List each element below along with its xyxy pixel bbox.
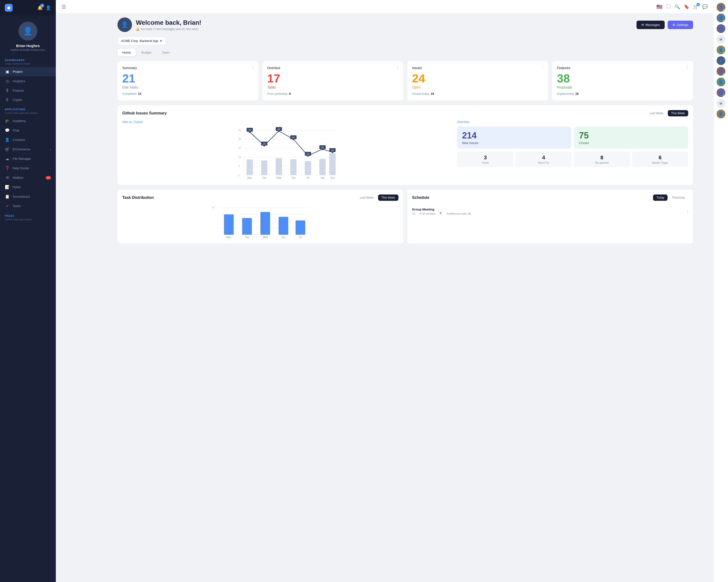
overdue-number: 17 (267, 73, 398, 84)
svg-text:Mon: Mon (247, 176, 252, 179)
welcome-section: 👤 Welcome back, Brian! 🔔 You have 2 new … (118, 18, 693, 32)
schedule-event-title: Group Meeting (412, 207, 471, 211)
rp-avatar-4[interactable]: 👤 (717, 46, 725, 54)
welcome-avatar: 👤 (118, 18, 132, 32)
overdue-label: Tasks (267, 85, 398, 89)
summary-card-menu[interactable]: ⋮ (251, 65, 255, 70)
overview-top: 214 New Issues 75 Closed (457, 127, 688, 149)
search-icon[interactable]: 🔍 (675, 4, 680, 9)
notification-icon[interactable]: 🔔 3 (37, 5, 43, 10)
svg-rect-56 (279, 217, 288, 235)
schedule-tomorrow-btn[interactable]: Tomorrow (669, 194, 688, 201)
overdue-card-menu[interactable]: ⋮ (395, 65, 399, 70)
sidebar-item-analytics[interactable]: ◷ Analytics (0, 76, 56, 86)
task-dist-header: Task Distribution Last Week This Week (122, 194, 398, 201)
tab-budget[interactable]: Budget (137, 49, 156, 56)
svg-rect-17 (319, 159, 326, 175)
messages-button[interactable]: ✉ Messages (636, 21, 665, 29)
sidebar-item-label-project: Project (12, 70, 22, 74)
rp-avatar-9[interactable]: 👤 (717, 110, 725, 118)
summary-card-title: Summary (122, 66, 254, 70)
project-selector[interactable]: ACME Corp. Backend App ▾ (118, 37, 165, 45)
wontfix-number: 4 (517, 155, 570, 161)
mailbox-badge: 27 (46, 176, 51, 179)
rp-avatar-5[interactable]: 👤 (717, 56, 725, 65)
rp-avatar-8[interactable]: 👤 (717, 88, 725, 97)
project-selector-label: ACME Corp. Backend App (121, 39, 158, 43)
user-email: hughes.brian@company.com (11, 48, 45, 51)
app-logo[interactable]: ◆ (5, 4, 12, 11)
sidebar-item-chat[interactable]: 💬 Chat (0, 126, 56, 135)
user-name: Brian Hughes (16, 44, 40, 48)
rp-avatar-3[interactable]: 👤 (717, 24, 725, 33)
sidebar-item-academy[interactable]: 🎓 Academy (0, 116, 56, 126)
task-dist-chart: 40 Mon Tue Wed Thu (122, 205, 398, 239)
sidebar-item-contacts[interactable]: 👤 Contacts (0, 135, 56, 144)
sidebar-item-mailbox[interactable]: ✉ Mailbox 27 (0, 173, 56, 182)
task-dist-title: Task Distribution (122, 195, 154, 200)
messages-icon: ✉ (641, 23, 644, 27)
sidebar-item-notes[interactable]: 📝 Notes (0, 182, 56, 192)
messages-btn-label: Messages (646, 23, 660, 27)
task-dist-this-week-btn[interactable]: This Week (378, 194, 398, 201)
rp-avatar-1[interactable]: 👤 (717, 3, 725, 11)
features-card-menu[interactable]: ⋮ (685, 65, 689, 70)
crypto-icon: ₿ (5, 98, 10, 102)
task-dist-week-toggle: Last Week This Week (357, 194, 398, 201)
sidebar-item-helpcenter[interactable]: ❓ Help Center › (0, 163, 56, 173)
sidebar-item-scrumboard[interactable]: 📋 Scrumboard (0, 192, 56, 201)
rp-avatar-2[interactable]: 👤 (717, 13, 725, 22)
welcome-buttons: ✉ Messages ⚙ Settings (636, 21, 693, 29)
tasks-icon: ✓ (5, 204, 10, 208)
main-content: 👤 Welcome back, Brian! 🔔 You have 2 new … (112, 0, 699, 582)
cart-icon[interactable]: 🛒 5 (693, 4, 698, 9)
settings-button[interactable]: ⚙ Settings (668, 21, 693, 29)
sidebar-item-ecommerce[interactable]: 🛒 ECommerce › (0, 144, 56, 154)
chart-container: 45 36 27 18 9 0 (122, 127, 452, 180)
sidebar-item-crypto[interactable]: ₿ Crypto (0, 95, 56, 104)
dashboards-section-sub: Unique dashboard designs (0, 62, 56, 67)
schedule-card: Schedule Today Tomorrow Group Meeting 🕐 … (407, 190, 693, 244)
rp-avatar-7[interactable]: 👤 (717, 78, 725, 86)
tab-team[interactable]: Team (157, 49, 175, 56)
contacts-icon: 👤 (5, 138, 10, 142)
rp-avatar-6[interactable]: 👤 (717, 67, 725, 76)
github-section-header: Github Issues Summary Last Week This Wee… (122, 110, 688, 116)
sidebar-item-label-filemanager: File Manager (12, 157, 31, 161)
flag-icon[interactable]: 🇺🇸 (656, 4, 662, 10)
welcome-greeting: Welcome back, Brian! (136, 19, 201, 26)
tab-home[interactable]: Home (118, 49, 136, 56)
sidebar-item-label-analytics: Analytics (12, 79, 25, 83)
rp-letter-m1[interactable]: M (717, 35, 725, 44)
schedule-header: Schedule Today Tomorrow (412, 194, 688, 201)
sidebar-item-finance[interactable]: $ Finance (0, 86, 56, 95)
sidebar-item-project[interactable]: ▣ Project (0, 67, 56, 76)
stat-card-features: Features ⋮ 38 Proposals Implemented: 16 (552, 61, 693, 101)
welcome-text: Welcome back, Brian! 🔔 You have 2 new me… (136, 19, 201, 31)
rp-letter-m2[interactable]: M (717, 99, 725, 108)
issues-label: Open (412, 85, 543, 89)
applications-section-sub: Custom made application designs (0, 112, 56, 116)
schedule-event-arrow-icon[interactable]: › (687, 209, 688, 214)
helpcenter-arrow-icon: › (50, 167, 51, 170)
bookmark-icon[interactable]: 🔖 (684, 4, 689, 9)
sidebar-header: ◆ 🔔 3 👤 (0, 0, 56, 16)
github-last-week-btn[interactable]: Last Week (646, 110, 667, 116)
welcome-left: 👤 Welcome back, Brian! 🔔 You have 2 new … (118, 18, 201, 32)
cart-badge: 5 (697, 3, 700, 6)
github-issues-section: Github Issues Summary Last Week This Wee… (118, 105, 693, 185)
topnav-chat-icon[interactable]: 💬 (702, 4, 708, 9)
schedule-clock-icon: 🕐 (412, 212, 415, 215)
issues-card-menu[interactable]: ⋮ (540, 65, 544, 70)
github-this-week-btn[interactable]: This Week (668, 110, 688, 116)
menu-icon[interactable]: ☰ (62, 4, 66, 10)
expand-icon[interactable]: ⛶ (666, 4, 671, 9)
svg-text:9: 9 (238, 165, 240, 168)
sidebar-item-tasks[interactable]: ✓ Tasks (0, 201, 56, 211)
profile-icon[interactable]: 👤 (46, 5, 51, 10)
sidebar-item-label-helpcenter: Help Center (12, 166, 29, 170)
sidebar-item-filemanager[interactable]: ☁ File Manager (0, 154, 56, 163)
schedule-today-btn[interactable]: Today (653, 194, 668, 201)
task-dist-last-week-btn[interactable]: Last Week (357, 194, 377, 201)
user-avatar[interactable]: 👤 (18, 21, 37, 41)
